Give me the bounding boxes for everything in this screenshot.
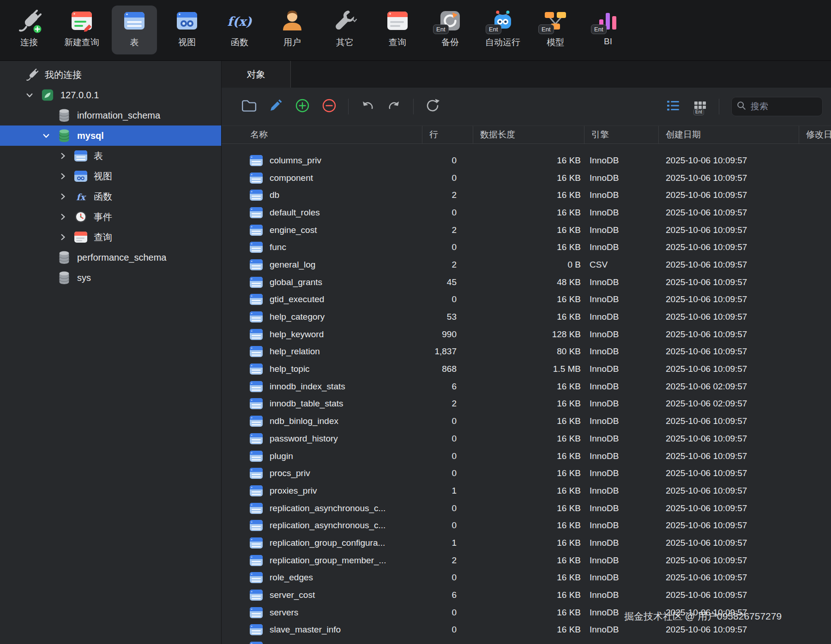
sidebar-item-my-connections[interactable]: 我的连接 (0, 65, 221, 85)
table-row[interactable]: innodb_index_stats 6 16 KB InnoDB 2025-1… (222, 378, 831, 395)
cell-name: engine_cost (222, 224, 422, 236)
search-box[interactable] (731, 97, 823, 116)
table-row[interactable]: proxies_priv 1 16 KB InnoDB 2025-10-06 1… (222, 482, 831, 500)
table-name: engine_cost (270, 225, 317, 235)
table-row[interactable]: servers 0 16 KB InnoDB 2025-10-06 10:09:… (222, 604, 831, 621)
export-wizard-button[interactable] (381, 95, 408, 118)
cell-name: db (222, 189, 422, 201)
chevron-down-icon[interactable] (24, 89, 35, 101)
delete-table-button[interactable] (316, 95, 343, 118)
toolbar-item-users[interactable]: 用户 (270, 6, 315, 54)
table-row[interactable]: help_relation 1,837 80 KB InnoDB 2025-10… (222, 343, 831, 361)
toolbar-item-automation[interactable]: Ent 自动运行 (480, 6, 525, 54)
toolbar-separator (348, 99, 349, 114)
toolbar-item-others[interactable]: 其它 (322, 6, 367, 54)
sidebar-item-queries[interactable]: 查询 (0, 227, 221, 247)
ent-badge: Ent (538, 24, 554, 34)
table-icon (249, 502, 263, 514)
sidebar-item-functions[interactable]: fx 函数 (0, 186, 221, 207)
table-row[interactable]: columns_priv 0 16 KB InnoDB 2025-10-06 1… (222, 152, 831, 169)
table-row[interactable]: replication_asynchronous_c... 0 16 KB In… (222, 517, 831, 534)
refresh-button[interactable] (419, 95, 446, 118)
column-header-modified[interactable]: 修改日期 (799, 126, 831, 143)
column-header-rows[interactable]: 行 (422, 126, 473, 143)
table-icon (249, 415, 263, 427)
svg-text:f(x): f(x) (227, 14, 252, 29)
table-row[interactable]: global_grants 45 48 KB InnoDB 2025-10-06… (222, 274, 831, 291)
table-row[interactable]: help_topic 868 1.5 MB InnoDB 2025-10-06 … (222, 360, 831, 378)
chevron-right-icon[interactable] (57, 191, 68, 202)
column-header-created[interactable]: 创建日期 (659, 126, 799, 143)
views-icon (74, 169, 88, 184)
table-icon (249, 328, 263, 340)
import-wizard-button[interactable] (354, 95, 381, 118)
table-row[interactable]: replication_group_member_... 2 16 KB Inn… (222, 552, 831, 569)
table-row[interactable]: engine_cost 2 16 KB InnoDB 2025-10-06 10… (222, 221, 831, 239)
chevron-right-icon[interactable] (57, 171, 68, 182)
table-row[interactable]: password_history 0 16 KB InnoDB 2025-10-… (222, 430, 831, 447)
table-row[interactable]: slave_master_info 0 16 KB InnoDB 2025-10… (222, 621, 831, 639)
table-row[interactable]: db 2 16 KB InnoDB 2025-10-06 10:09:57 (222, 186, 831, 204)
open-table-button[interactable] (235, 95, 262, 118)
toolbar-item-label: 模型 (547, 36, 564, 48)
toolbar-item-functions[interactable]: f(x) 函数 (217, 6, 262, 54)
sidebar-item-information-schema[interactable]: information_schema (0, 105, 221, 125)
toolbar-item-model[interactable]: Ent 模型 (533, 6, 578, 54)
list-view-button[interactable] (660, 95, 686, 118)
cell-engine: InnoDB (584, 416, 659, 426)
table-row[interactable]: plugin 0 16 KB InnoDB 2025-10-06 10:09:5… (222, 447, 831, 465)
search-input[interactable] (751, 101, 818, 112)
sidebar-item-sys[interactable]: sys (0, 268, 221, 288)
grid-view-button[interactable]: Ent (686, 95, 713, 118)
column-header-name[interactable]: 名称 (222, 126, 422, 143)
table-row[interactable]: ndb_binlog_index 0 16 KB InnoDB 2025-10-… (222, 412, 831, 430)
sidebar-item-label: 函数 (94, 191, 112, 203)
table-row[interactable]: default_roles 0 16 KB InnoDB 2025-10-06 … (222, 204, 831, 221)
table-row[interactable]: help_category 53 16 KB InnoDB 2025-10-06… (222, 308, 831, 326)
table-row[interactable]: gtid_executed 0 16 KB InnoDB 2025-10-06 … (222, 291, 831, 309)
mysql-connection-icon (41, 88, 54, 102)
sidebar-item-performance-schema[interactable]: performance_schema (0, 247, 221, 268)
table-row[interactable]: procs_priv 0 16 KB InnoDB 2025-10-06 10:… (222, 465, 831, 482)
table-row[interactable]: server_cost 6 16 KB InnoDB 2025-10-06 10… (222, 586, 831, 604)
table-icon (249, 224, 263, 236)
cell-data-length: 16 KB (473, 468, 584, 478)
design-table-button[interactable] (262, 95, 289, 118)
toolbar-item-query[interactable]: 查询 (375, 6, 420, 54)
table-row[interactable] (222, 638, 831, 644)
table-name: help_keyword (270, 329, 324, 340)
table-row[interactable]: replication_asynchronous_c... 0 16 KB In… (222, 500, 831, 517)
new-table-button[interactable] (289, 95, 316, 118)
table-row[interactable]: replication_group_configura... 1 16 KB I… (222, 534, 831, 552)
table-row[interactable]: general_log 2 0 B CSV 2025-10-06 10:09:5… (222, 256, 831, 274)
tab-objects[interactable]: 对象 (222, 61, 291, 88)
column-header-engine[interactable]: 引擎 (584, 126, 659, 143)
sidebar-item-views[interactable]: 视图 (0, 166, 221, 186)
cell-engine: InnoDB (584, 399, 659, 409)
sidebar-item-mysql[interactable]: mysql (0, 125, 221, 146)
sidebar-item-127-0-0-1[interactable]: 127.0.0.1 (0, 85, 221, 105)
chevron-right-icon[interactable] (57, 232, 68, 243)
toolbar-item-tables[interactable]: 表 (112, 6, 157, 54)
toolbar-item-backup[interactable]: Ent 备份 (428, 6, 473, 54)
table-row[interactable]: func 0 16 KB InnoDB 2025-10-06 10:09:57 (222, 239, 831, 256)
sidebar-item-tables[interactable]: 表 (0, 146, 221, 166)
cell-created: 2025-10-06 10:09:57 (659, 625, 799, 635)
table-icon (249, 398, 263, 410)
table-row[interactable]: component 0 16 KB InnoDB 2025-10-06 10:0… (222, 169, 831, 187)
toolbar-item-bi[interactable]: Ent BI (585, 6, 631, 54)
table-row[interactable]: innodb_table_stats 2 16 KB InnoDB 2025-1… (222, 395, 831, 413)
chevron-right-icon[interactable] (57, 150, 68, 161)
chevron-right-icon[interactable] (57, 211, 68, 222)
toolbar-item-new-query[interactable]: 新建查询 (59, 6, 104, 54)
toolbar-item-connection[interactable]: 连接 (6, 6, 52, 54)
table-row[interactable]: help_keyword 990 128 KB InnoDB 2025-10-0… (222, 326, 831, 343)
table-row[interactable]: role_edges 0 16 KB InnoDB 2025-10-06 10:… (222, 569, 831, 587)
cell-created: 2025-10-06 10:09:57 (659, 190, 799, 200)
toolbar-item-views[interactable]: 视图 (164, 6, 210, 54)
cell-created: 2025-10-06 10:09:57 (659, 312, 799, 322)
sidebar-item-events[interactable]: 事件 (0, 207, 221, 227)
chevron-down-icon[interactable] (41, 130, 52, 141)
cell-engine: InnoDB (584, 329, 659, 340)
column-header-data-length[interactable]: 数据长度 (473, 126, 584, 143)
